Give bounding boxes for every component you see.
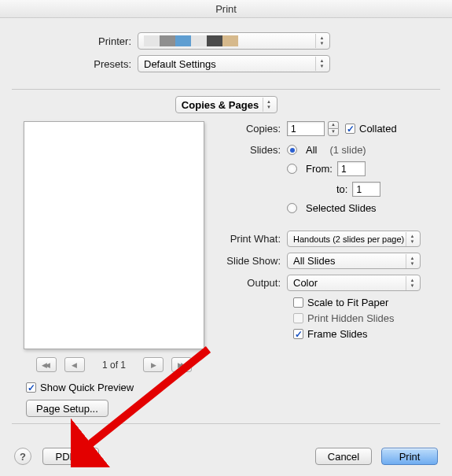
slides-all-radio[interactable]	[287, 145, 297, 155]
page-indicator: 1 of 1	[102, 360, 126, 371]
copies-label: Copies:	[224, 123, 287, 135]
window-title: Print	[0, 0, 452, 18]
divider	[12, 89, 440, 90]
dropdown-arrows-icon	[406, 232, 418, 246]
presets-value: Default Settings	[144, 58, 216, 70]
presets-select[interactable]: Default Settings	[138, 55, 330, 72]
output-select[interactable]: Color	[287, 275, 421, 291]
slides-all-label: All	[306, 144, 317, 156]
slides-label: Slides:	[224, 144, 287, 156]
slide-show-select[interactable]: All Slides	[287, 253, 421, 269]
slide-show-value: All Slides	[293, 255, 335, 267]
caret-down-icon: ▼	[80, 453, 86, 460]
print-button[interactable]: Print	[381, 448, 438, 465]
preview-thumbnail	[24, 121, 204, 349]
frame-slides-label: Frame Slides	[307, 328, 368, 340]
slides-from-radio[interactable]	[287, 164, 297, 174]
slide-count-hint: (1 slide)	[329, 144, 366, 156]
frame-slides-checkbox[interactable]	[293, 329, 303, 339]
dropdown-arrows-icon	[263, 98, 275, 112]
dropdown-arrows-icon	[406, 254, 418, 268]
print-what-select[interactable]: Handouts (2 slides per page)	[287, 231, 421, 247]
printer-label: Printer:	[16, 35, 138, 47]
dropdown-arrows-icon	[315, 34, 328, 48]
section-value: Copies & Pages	[182, 99, 259, 111]
slides-selected-label: Selected Slides	[306, 202, 377, 214]
print-hidden-checkbox	[293, 313, 303, 323]
scale-to-fit-checkbox[interactable]	[293, 297, 303, 308]
dropdown-arrows-icon	[406, 276, 418, 290]
presets-label: Presets:	[16, 58, 138, 70]
copies-input[interactable]	[287, 121, 325, 136]
show-quick-preview-label: Show Quick Preview	[40, 382, 134, 393]
next-page-button[interactable]: ▶	[143, 357, 164, 372]
print-what-label: Print What:	[224, 233, 287, 245]
printer-select[interactable]	[138, 32, 330, 50]
output-value: Color	[293, 277, 318, 289]
section-select[interactable]: Copies & Pages	[175, 96, 277, 113]
collated-label: Collated	[359, 123, 397, 135]
divider	[12, 423, 440, 424]
first-page-button[interactable]: ◀◀	[36, 357, 57, 372]
help-button[interactable]: ?	[14, 448, 31, 465]
slides-to-label: to:	[336, 183, 347, 195]
slides-from-label: From:	[306, 163, 333, 175]
dropdown-arrows-icon	[315, 57, 328, 71]
slides-from-input[interactable]	[337, 161, 366, 176]
collated-checkbox[interactable]	[345, 124, 355, 134]
copies-stepper[interactable]: ▲▼	[328, 121, 339, 136]
pdf-menu-button[interactable]: PDF▼	[42, 448, 99, 465]
show-quick-preview-checkbox[interactable]	[26, 382, 36, 393]
last-page-button[interactable]: ▶▶	[171, 357, 192, 372]
prev-page-button[interactable]: ◀	[64, 357, 85, 372]
slides-selected-radio[interactable]	[287, 203, 297, 213]
output-label: Output:	[224, 277, 287, 289]
print-what-value: Handouts (2 slides per page)	[293, 234, 404, 244]
page-setup-button[interactable]: Page Setup...	[26, 400, 108, 417]
scale-to-fit-label: Scale to Fit Paper	[307, 297, 388, 308]
printer-presets-section: Printer: Presets: Default Settings	[0, 18, 452, 86]
print-hidden-label: Print Hidden Slides	[307, 312, 395, 324]
cancel-button[interactable]: Cancel	[315, 448, 372, 465]
slide-show-label: Slide Show:	[224, 255, 287, 267]
printer-value-swatch	[144, 35, 238, 46]
slides-to-input[interactable]	[352, 182, 380, 197]
